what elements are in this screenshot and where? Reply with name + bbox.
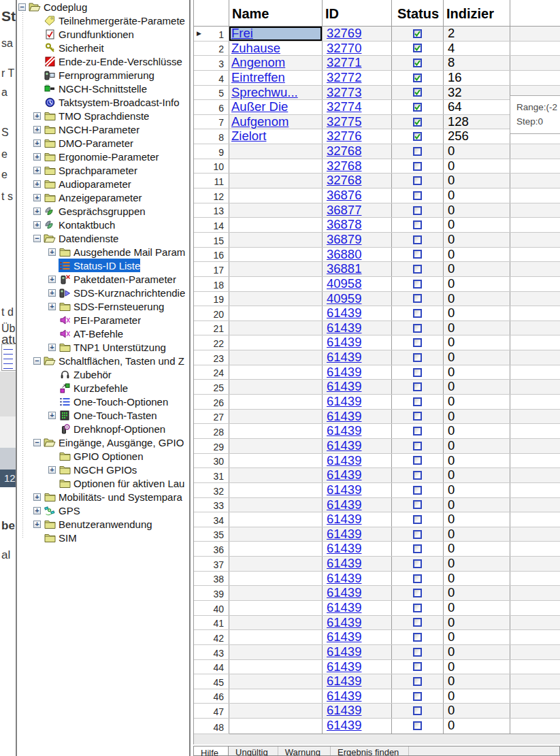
- id-cell[interactable]: 61439: [323, 542, 392, 556]
- status-checkbox-unchecked[interactable]: [413, 692, 422, 701]
- status-checkbox-unchecked[interactable]: [413, 309, 422, 318]
- status-checkbox-unchecked[interactable]: [413, 412, 422, 421]
- row-header[interactable]: 35: [194, 527, 229, 542]
- tree-expand-icon[interactable]: +: [33, 126, 41, 133]
- id-cell[interactable]: 61439: [323, 704, 392, 718]
- id-cell[interactable]: 61439: [323, 424, 392, 438]
- tree-item[interactable]: +Mobilitäts- und Systempara: [17, 490, 189, 504]
- tree-item[interactable]: +Ergonomie-Parameter: [17, 150, 189, 163]
- row-header[interactable]: 22: [194, 335, 229, 350]
- tree-expand-icon[interactable]: +: [33, 112, 41, 120]
- indexing-cell[interactable]: 0: [444, 350, 510, 365]
- id-link[interactable]: 61439: [323, 424, 361, 438]
- id-cell[interactable]: 36881: [323, 262, 392, 276]
- name-cell[interactable]: [229, 203, 323, 218]
- name-cell[interactable]: [229, 188, 323, 203]
- id-cell[interactable]: 61439: [323, 498, 392, 512]
- name-cell[interactable]: [229, 365, 323, 380]
- tree-item[interactable]: +SDS-Kurznachrichtendie: [17, 286, 189, 299]
- tree-item[interactable]: GPIO Optionen: [17, 449, 189, 463]
- id-cell[interactable]: 40959: [323, 292, 392, 306]
- row-header[interactable]: 38: [194, 572, 229, 586]
- tree-expand-icon[interactable]: +: [48, 344, 56, 351]
- tree-collapse-icon[interactable]: −: [33, 235, 41, 242]
- indexing-cell[interactable]: 0: [444, 660, 510, 674]
- id-cell[interactable]: 61439: [323, 601, 392, 615]
- tree-expand-icon[interactable]: +: [33, 180, 41, 188]
- tree-expand-icon[interactable]: +: [33, 521, 41, 528]
- name-link[interactable]: Sprechwu...: [229, 86, 298, 99]
- indexing-cell[interactable]: 0: [444, 188, 510, 203]
- tree-item[interactable]: +Paketdaten-Parameter: [17, 272, 189, 286]
- name-link[interactable]: Aufgenom: [229, 115, 289, 129]
- row-header[interactable]: 6: [194, 100, 229, 114]
- indexing-cell[interactable]: 64: [444, 100, 510, 114]
- row-header[interactable]: 25: [194, 380, 229, 394]
- row-header[interactable]: 37: [194, 557, 229, 571]
- id-cell[interactable]: 61439: [323, 410, 392, 424]
- indexing-cell[interactable]: 0: [444, 424, 510, 438]
- row-header[interactable]: 28: [194, 424, 229, 438]
- indexing-cell[interactable]: 0: [444, 512, 510, 527]
- name-cell[interactable]: [229, 395, 323, 409]
- id-cell[interactable]: 61439: [323, 674, 392, 689]
- id-cell[interactable]: 61439: [323, 572, 392, 586]
- id-link[interactable]: 61439: [323, 365, 361, 379]
- name-cell[interactable]: [229, 586, 323, 600]
- name-link[interactable]: Angenom: [229, 56, 285, 69]
- name-cell[interactable]: [229, 527, 323, 542]
- status-checkbox-unchecked[interactable]: [413, 530, 422, 539]
- status-checkbox-unchecked[interactable]: [413, 382, 422, 391]
- id-cell[interactable]: 32768: [323, 144, 392, 159]
- id-link[interactable]: 32772: [323, 71, 361, 84]
- name-cell[interactable]: [229, 660, 323, 674]
- status-checkbox-unchecked[interactable]: [413, 589, 422, 597]
- tree-item[interactable]: NGCH-Schnittstelle: [17, 82, 189, 95]
- id-link[interactable]: 61439: [323, 572, 361, 585]
- name-cell[interactable]: [229, 218, 323, 232]
- tab-ergebnis-finden[interactable]: Ergebnis finden: [331, 746, 409, 755]
- status-checkbox-unchecked[interactable]: [413, 486, 422, 495]
- name-cell[interactable]: Sprechwu...: [229, 86, 323, 100]
- tree-expand-icon[interactable]: +: [33, 194, 41, 201]
- id-link[interactable]: 61439: [323, 660, 361, 674]
- indexing-cell[interactable]: 0: [444, 218, 510, 232]
- id-link[interactable]: 61439: [323, 674, 361, 688]
- row-header[interactable]: 2: [194, 42, 229, 56]
- tree-expand-icon[interactable]: +: [33, 493, 41, 501]
- id-link[interactable]: 61439: [323, 350, 361, 364]
- name-cell[interactable]: Aufgenom: [229, 115, 323, 129]
- name-cell[interactable]: Außer Die: [229, 100, 323, 114]
- name-cell[interactable]: [229, 689, 323, 704]
- tree-expand-icon[interactable]: +: [33, 507, 41, 514]
- status-checkbox-unchecked[interactable]: [413, 633, 422, 642]
- id-link[interactable]: 61439: [323, 586, 361, 599]
- id-cell[interactable]: 61439: [323, 586, 392, 600]
- name-link[interactable]: Eintreffen: [229, 71, 285, 84]
- column-header-status[interactable]: Status: [392, 0, 444, 26]
- row-header[interactable]: 13: [194, 203, 229, 218]
- name-link[interactable]: Frei: [229, 27, 253, 40]
- id-cell[interactable]: 61439: [323, 335, 392, 350]
- row-header[interactable]: ▶1: [194, 27, 229, 41]
- id-cell[interactable]: 36876: [323, 188, 392, 203]
- indexing-cell[interactable]: 0: [444, 542, 510, 556]
- row-header[interactable]: 32: [194, 483, 229, 497]
- status-checkbox-unchecked[interactable]: [413, 397, 422, 406]
- tree-expand-icon[interactable]: +: [48, 289, 56, 297]
- id-link[interactable]: 61439: [323, 689, 361, 703]
- name-cell[interactable]: Eintreffen: [229, 71, 323, 85]
- tree-expand-icon[interactable]: +: [48, 248, 56, 256]
- status-checkbox-unchecked[interactable]: [413, 721, 422, 730]
- tree-item[interactable]: Ende-zu-Ende-Verschlüsse: [17, 54, 189, 68]
- indexing-cell[interactable]: 0: [444, 380, 510, 394]
- indexing-cell[interactable]: 0: [444, 572, 510, 586]
- tree-item[interactable]: +Ausgehende Mail Param: [17, 245, 189, 259]
- row-header[interactable]: 43: [194, 645, 229, 659]
- tab-hilfe[interactable]: Hilfe: [193, 746, 229, 755]
- row-header[interactable]: 36: [194, 542, 229, 556]
- row-header[interactable]: 9: [194, 144, 229, 159]
- id-link[interactable]: 36877: [323, 203, 361, 217]
- name-cell[interactable]: [229, 248, 323, 262]
- status-checkbox-unchecked[interactable]: [413, 147, 422, 156]
